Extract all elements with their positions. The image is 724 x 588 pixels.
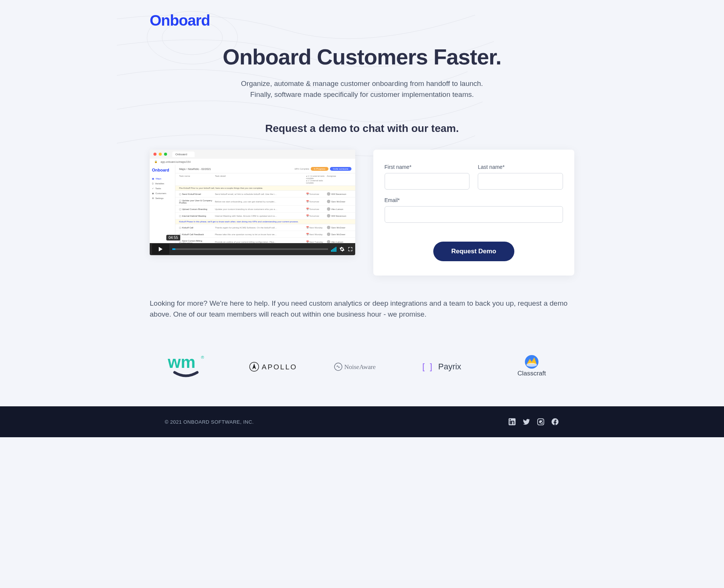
hero-subtitle: Organize, automate & manage customer onb… [230,78,494,100]
svg-text:APOLLO: APOLLO [262,363,297,371]
client-logo-wm: wm ® [168,354,213,380]
client-logo-apollo: APOLLO [249,359,298,374]
copyright: © 2021 ONBOARD SOFTWARE, INC. [165,419,254,425]
demo-form: First name* Last name* Email* Reques [373,150,574,276]
svg-text:]: ] [430,362,432,371]
last-name-input[interactable] [478,173,563,190]
app-sidebar: Onboard ▦Maps ⟨⟩Variables ✓Tasks ◉Custom… [150,165,175,243]
request-demo-button[interactable]: Request Demo [433,242,514,261]
svg-text:wm: wm [168,354,195,371]
task-row: ▢ Kickoff Call FeedbackPlease take this … [175,231,355,238]
client-logo-noiseaware: NoiseAware [334,361,387,372]
linkedin-icon[interactable] [508,418,516,426]
instagram-icon[interactable] [537,418,545,426]
volume-icon[interactable] [331,247,336,252]
video-scrubber[interactable] [172,248,328,250]
task-row: ▢ Update your User & Company ProfilesBef… [175,198,355,206]
footer: © 2021 ONBOARD SOFTWARE, INC. [0,406,724,437]
brand-name: Onboard [150,12,210,29]
client-logo-payrix: [ ] Payrix [422,361,471,372]
browser-tab: Onboard [172,152,195,157]
svg-text:®: ® [201,355,204,360]
task-row: ▢ Send Current Billing ConfigurationProv… [175,238,355,243]
svg-text:Payrix: Payrix [438,362,461,371]
task-row: ▢ Internal Debrief MeetingInternal Meeti… [175,213,355,219]
video-controls[interactable]: 04:55 [150,243,355,255]
brand-logo: Onboard [150,0,574,44]
svg-text:Classcraft: Classcraft [518,370,546,377]
svg-text:NoiseAware: NoiseAware [344,363,376,371]
help-text: Looking for more? We're here to help. If… [150,298,574,320]
svg-point-12 [526,363,537,367]
first-name-input[interactable] [385,173,470,190]
breadcrumb: Maps › NewRelic - 02/2021 [179,168,211,170]
demo-video[interactable]: Onboard 🔒app.onboard.io/maps/154 Onboard… [150,150,355,255]
fullscreen-icon[interactable] [348,247,353,252]
email-label: Email* [385,197,563,203]
facebook-icon[interactable] [551,418,559,426]
play-button[interactable] [152,244,169,254]
twitter-icon[interactable] [522,418,531,426]
task-row: ▢ Kickoff CallThanks again for joining A… [175,224,355,231]
url-bar: 🔒app.onboard.io/maps/154 [150,159,355,165]
browser-chrome: Onboard [150,150,355,159]
cta-heading: Request a demo to chat with our team. [150,122,574,135]
last-name-label: Last name* [478,164,563,170]
email-input[interactable] [385,206,563,223]
task-row: ▢ Upload Custom BrandingUpdate your cust… [175,206,355,213]
hero-title: Onboard Customers Faster. [150,44,574,69]
client-logo-classcraft: Classcraft [507,354,556,380]
client-logos: wm ® APOLLO NoiseAware [150,346,574,406]
settings-icon[interactable] [339,247,345,252]
svg-text:[: [ [422,362,425,371]
video-timestamp: 04:55 [166,235,180,240]
first-name-label: First name* [385,164,470,170]
task-row: ▢ Send Kickoff EmailSend kickoff email, … [175,191,355,198]
